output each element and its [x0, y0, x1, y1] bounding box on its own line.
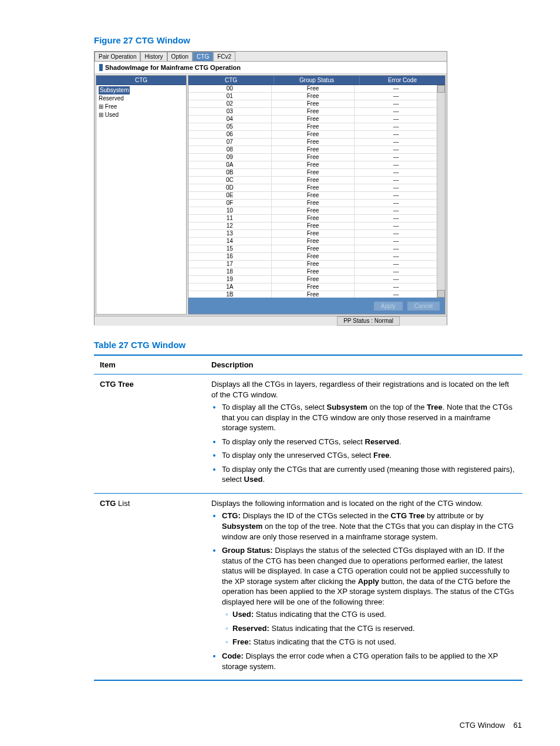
table-cell: --- [355, 268, 437, 275]
table-cell: --- [355, 261, 437, 268]
table-cell: --- [355, 108, 437, 115]
table-cell: Free [272, 276, 355, 283]
tree-item[interactable]: ⊞ Free [99, 103, 184, 111]
table-cell: --- [355, 200, 437, 207]
figure-title: Figure 27 CTG Window [94, 35, 522, 45]
table-cell: Free [272, 100, 355, 107]
page: Figure 27 CTG Window Pair Operation Hist… [0, 0, 560, 746]
tab-option[interactable]: Option [167, 52, 193, 61]
table-cell: --- [355, 169, 437, 176]
table-cell: Free [272, 93, 355, 100]
table-row[interactable]: 02Free--- [188, 100, 437, 108]
table-cell: Free [272, 200, 355, 207]
table-row[interactable]: 01Free--- [188, 93, 437, 100]
table-cell: Free [272, 222, 355, 229]
table-row[interactable]: 1AFree--- [188, 283, 437, 291]
status-bar: PP Status : Normal [95, 316, 447, 326]
table-row[interactable]: 09Free--- [188, 154, 437, 161]
table-cell: Free [272, 169, 355, 176]
table-row[interactable]: 10Free--- [188, 207, 437, 215]
table-cell: --- [355, 93, 437, 100]
table-row[interactable]: 00Free--- [188, 85, 437, 93]
table-cell: --- [355, 154, 437, 161]
table-cell: 0C [188, 177, 272, 184]
tab-bar: Pair Operation History Option CTG FCv2 [95, 52, 447, 62]
table-row[interactable]: 19Free--- [188, 276, 437, 283]
tree-item[interactable]: Reserved [99, 94, 184, 103]
tab-pair-operation[interactable]: Pair Operation [95, 52, 140, 61]
table-row[interactable]: 0EFree--- [188, 192, 437, 200]
tab-history[interactable]: History [140, 52, 167, 61]
table-row[interactable]: 08Free--- [188, 146, 437, 154]
table-cell: --- [355, 100, 437, 107]
table-row[interactable]: 0BFree--- [188, 169, 437, 177]
table-row[interactable]: 12Free--- [188, 222, 437, 230]
scrollbar[interactable] [437, 85, 445, 298]
table-row[interactable]: 03Free--- [188, 108, 437, 116]
table-row[interactable]: 13Free--- [188, 230, 437, 238]
table-row[interactable]: 15Free--- [188, 245, 437, 253]
ctg-window-table: Item Description CTG TreeDisplays all th… [94, 355, 522, 681]
th-item: Item [94, 355, 205, 374]
table-cell: 03 [188, 108, 272, 115]
table-cell: 19 [188, 276, 272, 283]
ctg-list-body: 00Free---01Free---02Free---03Free---04Fr… [188, 85, 445, 298]
th-description: Description [205, 355, 522, 374]
table-cell: 13 [188, 230, 272, 237]
window-titlebar: ShadowImage for Mainframe CTG Operation [95, 62, 447, 74]
table-row[interactable]: 05Free--- [188, 123, 437, 131]
table-cell: --- [355, 116, 437, 123]
table-cell: Free [272, 261, 355, 268]
table-row[interactable]: 0FFree--- [188, 200, 437, 207]
table-cell: 07 [188, 139, 272, 146]
cancel-button[interactable]: Cancel [407, 301, 440, 311]
table-cell: 0A [188, 161, 272, 168]
table-row[interactable]: 11Free--- [188, 215, 437, 222]
table-row[interactable]: 14Free--- [188, 238, 437, 245]
ctg-tree[interactable]: CTG Subsystem Reserved⊞ Free⊞ Used [96, 75, 187, 315]
table-cell: 11 [188, 215, 272, 222]
table-row[interactable]: 17Free--- [188, 261, 437, 268]
table-row[interactable]: 0DFree--- [188, 184, 437, 192]
table-cell: Free [272, 268, 355, 275]
tab-ctg[interactable]: CTG [193, 52, 213, 61]
tree-item[interactable]: Subsystem [99, 86, 184, 94]
table-cell: Free [272, 154, 355, 161]
table-row[interactable]: 18Free--- [188, 268, 437, 276]
table-cell: 0E [188, 192, 272, 199]
table-cell: 08 [188, 146, 272, 153]
table-cell: Free [272, 184, 355, 191]
table-cell: --- [355, 85, 437, 92]
table-title: Table 27 CTG Window [94, 340, 522, 350]
table-row[interactable]: 04Free--- [188, 116, 437, 123]
table-cell: 12 [188, 222, 272, 229]
tree-item[interactable]: ⊞ Used [99, 111, 184, 119]
table-cell: --- [355, 291, 437, 298]
page-footer: CTG Window 61 [460, 721, 522, 730]
table-cell: Free [272, 245, 355, 252]
table-row[interactable]: 0CFree--- [188, 177, 437, 184]
table-row[interactable]: 0AFree--- [188, 161, 437, 169]
table-cell: 0F [188, 200, 272, 207]
apply-button[interactable]: Apply [373, 301, 403, 311]
table-cell: Free [272, 230, 355, 237]
table-row[interactable]: 06Free--- [188, 131, 437, 139]
table-cell: Free [272, 177, 355, 184]
table-row[interactable]: 1BFree--- [188, 291, 437, 298]
table-cell: Free [272, 116, 355, 123]
table-cell: --- [355, 230, 437, 237]
table-row[interactable]: 07Free--- [188, 139, 437, 146]
table-cell: Free [272, 253, 355, 260]
table-cell: --- [355, 215, 437, 222]
table-row[interactable]: 16Free--- [188, 253, 437, 261]
table-cell: --- [355, 276, 437, 283]
ctg-list-rows: 00Free---01Free---02Free---03Free---04Fr… [188, 85, 437, 298]
button-bar: Apply Cancel [188, 298, 445, 314]
table-cell: Free [272, 283, 355, 291]
doc-desc-cell: Displays all the CTGs in layers, regardl… [205, 374, 522, 494]
doc-desc-cell: Displays the following information and i… [205, 493, 522, 680]
table-cell: Free [272, 192, 355, 199]
table-cell: 10 [188, 207, 272, 214]
tab-fcv2[interactable]: FCv2 [213, 52, 235, 61]
table-cell: 17 [188, 261, 272, 268]
